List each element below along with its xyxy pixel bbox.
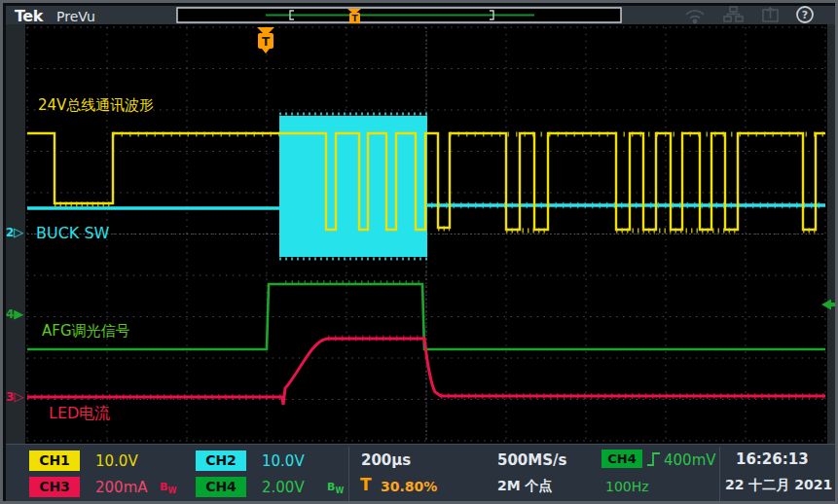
ch1-scale: 10.0V — [95, 452, 138, 470]
timebase-readout: 200µs — [361, 451, 411, 469]
ch3-marker-arrow-icon: ▷ — [14, 389, 23, 404]
trigger-frequency-readout: 100Hz — [605, 479, 649, 494]
ch4-scale: 2.00V — [262, 479, 305, 496]
ch2-badge[interactable]: CH2 — [196, 450, 246, 471]
statusbar-divider — [719, 447, 720, 501]
ch1-badge[interactable]: CH1 — [29, 450, 80, 471]
ch4-badge[interactable]: CH4 — [196, 477, 246, 497]
ch4-bandwidth-limit-icon: BW — [327, 481, 344, 495]
top-bar: Tek PreVu — [6, 6, 835, 24]
ch3-wave-label: LED电流 — [49, 404, 110, 424]
ch2-scale: 10.0V — [262, 452, 305, 470]
ch4-wave-label: AFG调光信号 — [42, 322, 130, 341]
status-bar: CH1 10.0V CH2 10.0V CH3 200mA BW CH4 2.0… — [6, 444, 835, 502]
sample-rate-readout: 500MS/s — [497, 451, 566, 469]
ch3-bandwidth-limit-icon: BW — [160, 481, 176, 495]
ch2-position-marker[interactable]: 2▷ — [6, 226, 23, 239]
ch1-wave-label: 24V总线通讯波形 — [38, 96, 154, 115]
ch3-badge[interactable]: CH3 — [29, 477, 80, 497]
ch2-marker-arrow-icon: ▷ — [14, 225, 23, 239]
rising-edge-icon — [646, 451, 662, 467]
clock-time: 16:26:13 — [736, 450, 809, 468]
ch4-marker-arrow-icon: ▶ — [14, 306, 23, 321]
trigger-level-readout: 400mV — [664, 451, 716, 469]
record-length-readout: 2M 个点 — [497, 478, 553, 495]
graticule-area — [25, 24, 827, 444]
statusbar-divider — [348, 447, 349, 501]
clock-date: 22 十二月 2021 — [725, 477, 832, 494]
ch4-position-marker[interactable]: 4▶ — [6, 307, 23, 321]
trigger-symbol: T — [360, 475, 372, 494]
ch2-wave-label: BUCK SW — [36, 224, 109, 242]
trigger-source-badge[interactable]: CH4 — [601, 450, 642, 468]
oscilloscope-screen: Tek PreVu T — [0, 0, 838, 504]
tek-logo: Tek — [15, 7, 43, 25]
ch3-scale: 200mA — [95, 479, 148, 496]
acquisition-status: PreVu — [56, 9, 95, 24]
trigger-position-readout: 30.80% — [381, 479, 437, 494]
ch3-position-marker[interactable]: 3▷ — [6, 390, 23, 404]
